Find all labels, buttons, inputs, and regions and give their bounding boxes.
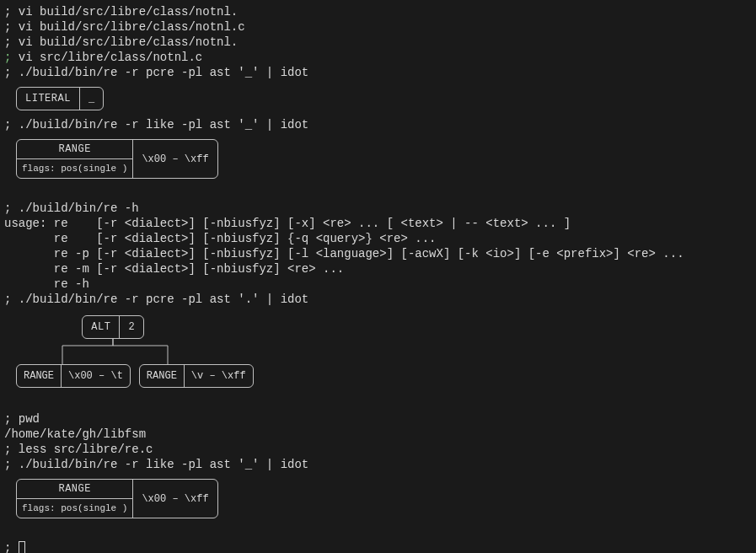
terminal-line: ; vi src/libre/class/notnl.c [4,50,752,65]
alt-count: 2 [119,316,142,338]
range-diagram: RANGE flags: pos(single ) \x00 – \xff [16,479,752,518]
literal-box: LITERAL _ [16,87,104,110]
range-flags: flags: pos(single ) [17,159,132,178]
range-flags: flags: pos(single ) [17,499,132,518]
terminal-line: ; ./build/bin/re -r pcre -pl ast '_' | i… [4,65,752,80]
terminal-line: ; vi build/src/libre/class/notnl. [4,35,752,50]
range-label: RANGE [140,365,184,387]
range-box-left: RANGE \x00 – \t [16,364,131,388]
cmd: pwd [11,412,40,426]
range-box-right: RANGE \v – \xff [139,364,254,388]
alt-box: ALT 2 [82,315,143,339]
literal-label: LITERAL [17,88,79,110]
range-value: \x00 – \xff [132,480,217,518]
cmd: ./build/bin/re -r like -pl ast '_' | ido… [11,458,308,471]
range-label: RANGE [17,480,132,499]
terminal-line: ; ./build/bin/re -h [4,201,752,216]
terminal-line: ; ./build/bin/re -r like -pl ast '_' | i… [4,457,752,472]
cmd: ./build/bin/re -r pcre -pl ast '_' | ido… [11,66,308,79]
range-diagram: RANGE flags: pos(single ) \x00 – \xff [16,139,752,179]
cmd: vi build/src/libre/class/notnl. [11,5,238,19]
cursor [19,541,25,553]
terminal-line: ; vi build/src/libre/class/notnl.c [4,19,752,35]
usage-line: re -p [-r <dialect>] [-nbiusfyz] [-l <la… [4,246,752,261]
cmd: ./build/bin/re -r like -pl ast '_' | ido… [11,118,308,132]
usage-line: re [-r <dialect>] [-nbiusfyz] {-q <query… [4,231,752,246]
range-value: \x00 – \t [61,365,130,387]
usage-line: re -m [-r <dialect>] [-nbiusfyz] <re> ..… [4,261,752,276]
literal-value: _ [79,88,103,110]
cmd: ./build/bin/re -r pcre -pl ast '.' | ido… [11,293,308,306]
usage-line: re -h [4,276,752,292]
range-box: RANGE flags: pos(single ) \x00 – \xff [16,139,218,179]
alt-tree-diagram: ALT 2 RANGE \x00 – \t RANGE \v – \xff [16,315,752,388]
pwd-output: /home/kate/gh/libfsm [4,427,752,442]
terminal-prompt-line[interactable]: ; [4,540,752,553]
usage-line: usage: re [-r <dialect>] [-nbiusfyz] [-x… [4,216,752,231]
prompt: ; [4,541,11,553]
terminal-line: ; ./build/bin/re -r pcre -pl ast '.' | i… [4,292,752,307]
cmd: vi src/libre/class/notnl.c [11,51,202,64]
terminal-line: ; vi build/src/libre/class/notnl. [4,4,752,19]
terminal-line: ; less src/libre/re.c [4,442,752,457]
range-value: \x00 – \xff [132,140,217,178]
cmd: vi build/src/libre/class/notnl.c [11,20,244,34]
terminal-line: ; ./build/bin/re -r like -pl ast '_' | i… [4,117,752,132]
range-value: \v – \xff [184,365,253,387]
tree-connectors [16,339,210,364]
range-box: RANGE flags: pos(single ) \x00 – \xff [16,479,218,518]
range-label: RANGE [17,140,132,159]
alt-label: ALT [83,316,119,338]
terminal-line: ; pwd [4,411,752,427]
cmd: vi build/src/libre/class/notnl. [11,35,238,49]
range-label: RANGE [17,365,61,387]
literal-diagram: LITERAL _ [16,87,752,110]
cmd: ./build/bin/re -h [11,201,138,215]
cmd: less src/libre/re.c [11,443,153,456]
